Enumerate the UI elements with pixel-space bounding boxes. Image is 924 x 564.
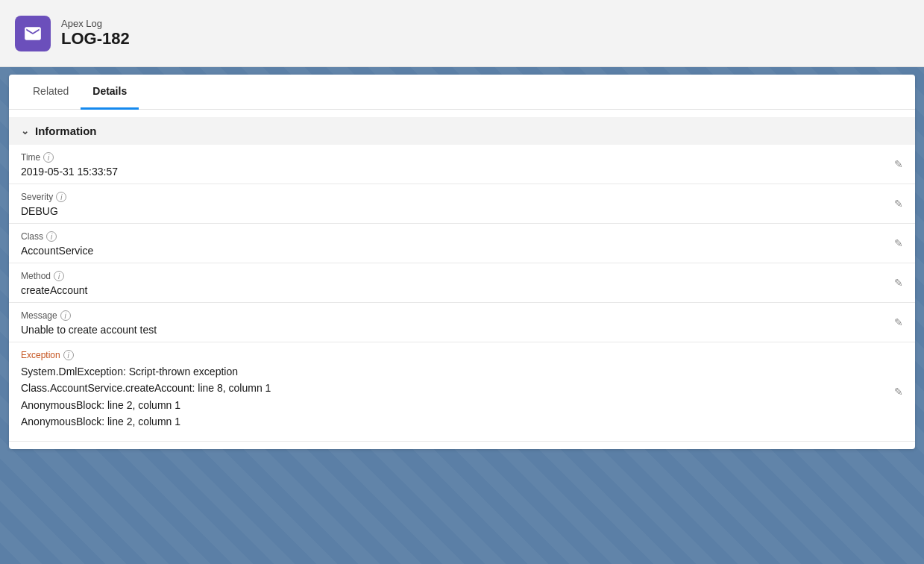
class-edit-icon[interactable]: ✎	[894, 237, 903, 249]
exception-field-row: Exception i System.DmlException: Script-…	[9, 342, 915, 442]
severity-edit-icon[interactable]: ✎	[894, 198, 903, 210]
tab-related[interactable]: Related	[21, 75, 81, 110]
tab-details[interactable]: Details	[81, 75, 139, 110]
record-header-text: Apex Log LOG-182	[61, 18, 130, 48]
exception-info-icon[interactable]: i	[63, 350, 74, 360]
exception-edit-icon[interactable]: ✎	[894, 386, 903, 398]
message-edit-icon[interactable]: ✎	[894, 316, 903, 328]
exception-line-3: AnonymousBlock: line 2, column 1	[21, 397, 903, 413]
exception-line-2: Class.AccountService.createAccount: line…	[21, 380, 903, 396]
section-title: Information	[35, 125, 97, 137]
tab-bar: Related Details	[9, 75, 915, 110]
severity-info-icon[interactable]: i	[56, 192, 66, 202]
record-icon	[15, 16, 51, 51]
details-content: ⌄ Information Time i 2019-05-31 15:33:57…	[9, 110, 915, 449]
time-info-icon[interactable]: i	[43, 152, 54, 163]
time-value: 2019-05-31 15:33:57	[21, 166, 903, 178]
message-field-row: Message i Unable to create account test …	[9, 303, 915, 342]
main-card: Related Details ⌄ Information Time i 201…	[9, 75, 915, 449]
record-type-label: Apex Log	[61, 18, 130, 29]
message-value: Unable to create account test	[21, 324, 903, 336]
method-label: Method i	[21, 271, 903, 281]
page-header: Apex Log LOG-182	[0, 0, 924, 67]
information-section-header[interactable]: ⌄ Information	[9, 117, 915, 145]
time-label: Time i	[21, 152, 903, 163]
class-label: Class i	[21, 231, 903, 242]
method-info-icon[interactable]: i	[54, 271, 64, 281]
method-field-row: Method i createAccount ✎	[9, 263, 915, 303]
severity-field-row: Severity i DEBUG ✎	[9, 184, 915, 224]
class-value: AccountService	[21, 245, 903, 257]
class-info-icon[interactable]: i	[46, 231, 57, 242]
exception-line-4: AnonymousBlock: line 2, column 1	[21, 413, 903, 430]
record-title: LOG-182	[61, 29, 130, 48]
exception-line-1: System.DmlException: Script-thrown excep…	[21, 363, 903, 380]
message-label: Message i	[21, 310, 903, 321]
time-edit-icon[interactable]: ✎	[894, 158, 903, 170]
time-field-row: Time i 2019-05-31 15:33:57 ✎	[9, 145, 915, 184]
message-info-icon[interactable]: i	[60, 310, 71, 321]
collapse-chevron-icon: ⌄	[21, 125, 29, 137]
method-value: createAccount	[21, 284, 903, 296]
exception-value: System.DmlException: Script-thrown excep…	[21, 363, 903, 430]
exception-label: Exception i	[21, 350, 903, 360]
method-edit-icon[interactable]: ✎	[894, 277, 903, 289]
severity-label: Severity i	[21, 192, 903, 202]
envelope-icon	[23, 24, 43, 43]
class-field-row: Class i AccountService ✎	[9, 224, 915, 263]
severity-value: DEBUG	[21, 205, 903, 217]
